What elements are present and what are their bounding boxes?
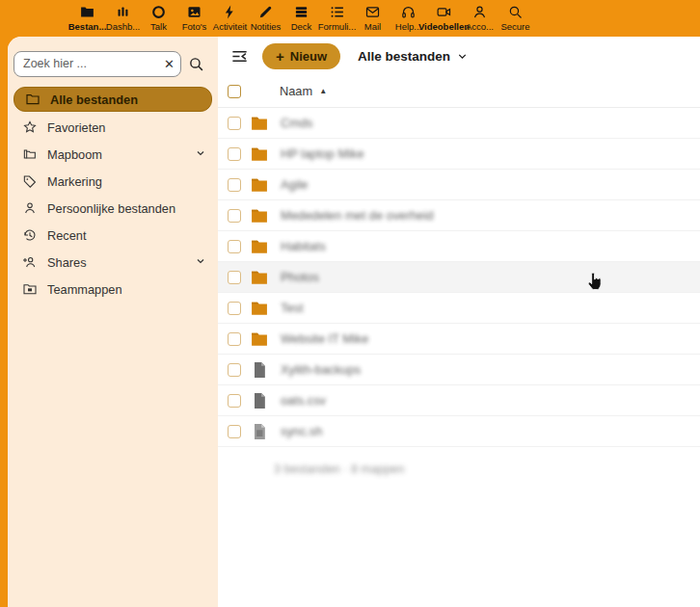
sidebar-item-label: Favorieten [47,120,206,135]
file-row[interactable]: Xylith-backups [218,355,700,385]
collapse-sidebar-icon[interactable] [228,44,251,67]
star-icon [21,119,38,136]
row-checkbox[interactable] [228,209,241,223]
app-label: Acco... [466,21,494,32]
clear-search-icon[interactable]: ✕ [164,56,175,72]
row-checkbox[interactable] [228,332,241,346]
row-checkbox[interactable] [228,147,241,161]
sidebar-item-persoonlijke-bestanden[interactable]: Persoonlijke bestanden [12,195,214,222]
view-selector[interactable]: Alle bestanden [358,49,469,64]
file-icon [250,391,269,410]
topbar-app-deck[interactable]: Deck [283,0,319,32]
sidebar-item-mapboom[interactable]: Mapboom [12,141,214,168]
row-checkbox[interactable] [228,302,241,315]
file-name: HP laptop Mike [281,146,364,161]
topbar-app-secure[interactable]: Secure [498,0,533,32]
sidebar-item-label: Shares [47,255,195,270]
row-checkbox[interactable] [228,240,241,253]
sidebar-item-label: Persoonlijke bestanden [47,201,206,216]
dashboard-icon [115,4,131,20]
column-header-name[interactable]: Naam ▲ [280,84,327,98]
file-name: Habitats [281,239,326,253]
folder-icon [250,299,269,318]
file-row[interactable]: Cmds [218,108,700,139]
file-name: Xylith-backups [281,362,361,377]
file-row[interactable]: Agile [218,170,700,200]
select-all-checkbox[interactable] [228,85,241,98]
file-row[interactable]: oats.csv [218,385,700,416]
file-row[interactable]: Mededelen met de overheid [218,200,700,231]
mail-icon [364,4,381,20]
file-icon [250,360,269,380]
file-name: Photos [281,270,319,284]
topbar-app-notities[interactable]: Notities [248,0,283,32]
topbar-app-fotos[interactable]: Foto's [176,0,212,32]
topbar-app-bestan[interactable]: Bestan... [69,0,105,32]
help-icon [400,4,417,20]
file-row[interactable]: HP laptop Mike [218,139,700,170]
activity-icon [222,4,238,20]
files-icon [79,4,95,20]
row-checkbox[interactable] [228,178,241,192]
topbar-app-acco[interactable]: Acco... [462,0,498,32]
chevron-down-icon [456,50,469,63]
topbar-app-dashb[interactable]: Dashb... [105,0,141,32]
new-button[interactable]: + Nieuw [262,43,340,69]
file-row[interactable]: Photos [218,262,700,293]
app-label: Foto's [182,21,207,32]
sidebar-item-recent[interactable]: Recent [12,222,214,249]
folder-icon [250,330,269,349]
file-name: Test [281,301,303,315]
share-users-icon [21,254,38,271]
search-input[interactable] [13,51,181,77]
row-checkbox[interactable] [228,363,241,377]
sidebar-item-shares[interactable]: Shares [12,249,214,276]
app-label: Talk [150,21,167,32]
folder-icon [250,237,269,256]
video-call-icon [436,4,452,20]
file-name: Agile [281,177,308,192]
files-main: + Nieuw Alle bestanden Naam ▲ Cmds HP [218,37,700,607]
sidebar-nav: Alle bestanden Favorieten Mapboom [8,87,218,303]
folder-tree-icon [21,146,38,163]
file-table-header: Naam ▲ [218,75,700,108]
app-label: Bestan... [68,21,107,32]
file-row[interactable]: Test [218,293,700,324]
app-label: Notities [251,21,282,32]
talk-icon [150,4,167,20]
sidebar-item-markering[interactable]: Markering [12,168,214,195]
sidebar-item-favorieten[interactable]: Favorieten [12,114,214,141]
file-row[interactable]: Website IT Mike [218,324,700,355]
row-checkbox[interactable] [228,271,241,284]
notes-icon [257,4,274,20]
topbar-app-videobellen[interactable]: Videobellen [426,0,462,32]
folder-icon [250,114,269,133]
user-icon [21,200,38,217]
tag-icon [21,173,38,190]
app-label: Deck [291,21,312,32]
folder-icon [250,206,269,225]
topbar-app-formuli[interactable]: Formuli... [319,0,355,32]
file-row[interactable]: sync.sh [218,416,700,447]
deck-icon [293,4,310,20]
files-sidebar: ✕ Alle bestanden Favorieten [8,37,218,607]
row-checkbox[interactable] [228,117,241,130]
app-navigation-bar: Bestan... Dashb... Talk Foto's Activitei… [0,0,700,37]
sidebar-search-row: ✕ [13,50,212,77]
file-name: Cmds [281,116,312,130]
chevron-down-icon[interactable] [195,145,206,163]
sidebar-item-alle-bestanden[interactable]: Alle bestanden [13,87,212,112]
row-checkbox[interactable] [228,394,241,408]
row-checkbox[interactable] [228,425,241,438]
file-icon [250,422,269,441]
app-label: Mail [364,21,381,32]
search-icon[interactable] [181,50,210,77]
sidebar-item-teammappen[interactable]: Teammappen [12,276,214,303]
app-label: Secure [500,21,529,32]
topbar-app-talk[interactable]: Talk [141,0,176,32]
chevron-down-icon[interactable] [195,253,206,271]
file-list: Cmds HP laptop Mike Agile Mededelen met … [218,108,700,447]
topbar-app-activiteit[interactable]: Activiteit [212,0,248,32]
file-row[interactable]: Habitats [218,231,700,262]
topbar-app-mail[interactable]: Mail [355,0,390,32]
